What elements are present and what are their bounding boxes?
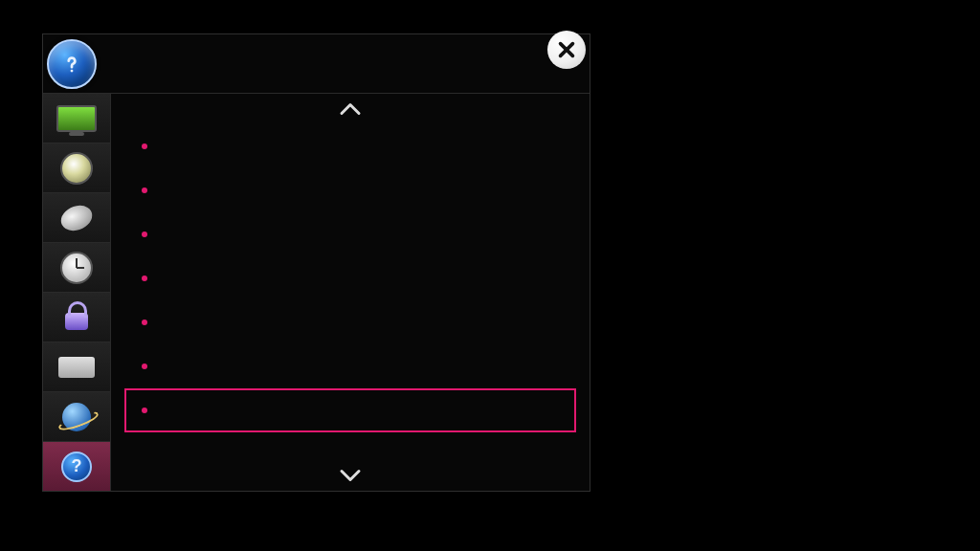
- sidebar-item-lock[interactable]: [43, 293, 110, 342]
- close-icon: [556, 39, 577, 60]
- bullet-icon: [142, 187, 147, 193]
- lock-icon: [56, 303, 97, 332]
- bullet-icon: [142, 143, 147, 149]
- sidebar-item-network[interactable]: [43, 392, 110, 442]
- bullet-icon: [142, 276, 147, 281]
- bullet-icon: [142, 408, 147, 413]
- satellite-icon: [56, 204, 97, 232]
- clock-icon: [56, 253, 97, 282]
- bullet-icon: [142, 364, 147, 369]
- chevron-down-icon: [336, 466, 365, 485]
- list-item[interactable]: [124, 300, 576, 344]
- close-button[interactable]: [547, 31, 586, 69]
- bullet-icon: [142, 320, 147, 325]
- sidebar-item-picture[interactable]: [43, 94, 110, 143]
- sidebar-item-sound[interactable]: [43, 143, 110, 193]
- sidebar-item-channel[interactable]: [43, 193, 110, 243]
- titlebar: [43, 34, 590, 94]
- list-item[interactable]: [124, 124, 576, 168]
- sidebar-item-option[interactable]: [43, 342, 110, 392]
- list-item[interactable]: [124, 388, 576, 432]
- scroll-up-button[interactable]: [121, 94, 580, 124]
- scroll-down-button[interactable]: [121, 460, 580, 491]
- bullet-icon: [142, 231, 147, 237]
- globe-icon: [56, 403, 97, 431]
- svg-point-0: [71, 69, 74, 72]
- content-area: [111, 94, 590, 491]
- sidebar: ?: [43, 94, 111, 491]
- sidebar-item-support[interactable]: ?: [43, 442, 110, 491]
- toolbox-icon: [56, 353, 97, 382]
- list-item[interactable]: [124, 168, 576, 212]
- tv-icon: [56, 104, 97, 133]
- list-item[interactable]: [124, 344, 576, 388]
- help-icon: [47, 39, 97, 89]
- speaker-icon: [56, 154, 97, 183]
- settings-panel: ?: [42, 33, 590, 492]
- list-item[interactable]: [124, 212, 576, 256]
- list-item[interactable]: [124, 256, 576, 300]
- sidebar-item-time[interactable]: [43, 243, 110, 293]
- chevron-up-icon: [336, 99, 365, 119]
- option-list: [121, 124, 580, 460]
- help-icon: ?: [56, 452, 97, 481]
